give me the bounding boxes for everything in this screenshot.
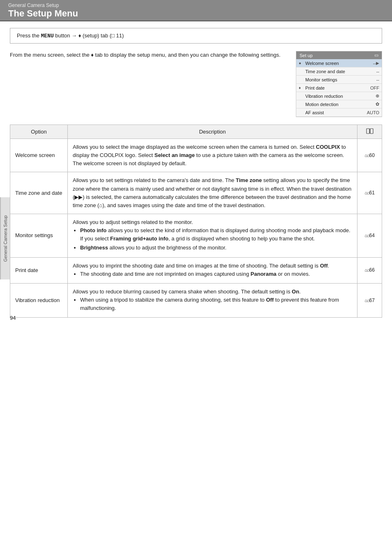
menu-item-value: -- (376, 77, 379, 82)
ref-icon-welcome: ⌂⌂ (364, 153, 369, 158)
wrench-symbol: ♦ (78, 32, 81, 39)
camera-menu-title-text: Set up (300, 53, 313, 58)
desc-welcome: Allows you to select the image displayed… (68, 139, 357, 172)
ref-icon-printdate: ⌂⌂ (364, 268, 369, 272)
desc-vibration: Allows you to reduce blurring caused by … (68, 283, 357, 317)
page-body: Press the MENU button → ♦ (setup) tab (□… (0, 21, 392, 328)
table-row-vibration: Vibration reduction Allows you to reduce… (10, 283, 382, 317)
menu-keyword: MENU (41, 33, 54, 39)
ref-vibration: ⌂⌂67 (357, 283, 382, 317)
option-vibration: Vibration reduction (10, 283, 68, 317)
desc-timezone: Allows you to set settings related to th… (68, 172, 357, 214)
book-icon (366, 128, 374, 134)
ref-welcome: ⌂⌂60 (357, 139, 382, 172)
menu-item-value: ✿ (376, 102, 379, 107)
menu-item-label: Motion detection (305, 102, 374, 107)
menu-item-value: AUTO (367, 110, 379, 115)
ref-timezone: ⌂⌂61 (357, 172, 382, 214)
intro-section: From the menu screen, select the ♦ tab t… (10, 51, 382, 117)
svg-rect-1 (370, 129, 373, 134)
page-ref: □ 11 (111, 32, 122, 39)
camera-menu-item-printdate: ♦ Print date OFF (296, 84, 382, 92)
menu-item-label: Print date (305, 85, 369, 90)
sidebar-label: General Camera Setup (0, 197, 10, 279)
camera-menu-battery-icon: ▭ (374, 53, 378, 58)
option-timezone: Time zone and date (10, 172, 68, 214)
menu-item-value: OFF (370, 85, 379, 90)
camera-menu-item-timezone: Time zone and date -- (296, 67, 382, 76)
table-row-printdate: Print date Allows you to imprint the sho… (10, 257, 382, 283)
option-welcome: Welcome screen (10, 139, 68, 172)
table-row-monitor: Monitor settings Allows you to adjust se… (10, 214, 382, 257)
camera-menu-screenshot: Set up ▭ ● Welcome screen -- ▶ Time zone… (296, 51, 382, 117)
table-header-ref (357, 125, 382, 139)
camera-menu-item-vibration: Vibration reduction ⊕ (296, 92, 382, 100)
menu-item-label: Time zone and date (305, 69, 375, 74)
menu-item-label: Monitor settings (305, 77, 375, 82)
table-header-option: Option (10, 125, 68, 139)
desc-monitor: Allows you to adjust settings related to… (68, 214, 357, 257)
page-header: General Camera Setup The Setup Menu (0, 0, 392, 21)
menu-item-icon: ● (299, 61, 305, 65)
menu-item-value: -- (376, 69, 379, 74)
main-table: Option Description Welcome screen Allows… (10, 125, 382, 318)
page-subtitle: General Camera Setup (8, 2, 384, 8)
intro-text: From the menu screen, select the ♦ tab t… (10, 51, 286, 60)
ref-icon-vibration: ⌂⌂ (364, 298, 369, 303)
menu-item-label: AF assist (305, 110, 365, 115)
instruction-box: Press the MENU button → ♦ (setup) tab (□… (10, 28, 382, 44)
menu-item-value: ⊕ (376, 93, 379, 99)
ref-monitor: ⌂⌂64 (357, 214, 382, 257)
page-title: The Setup Menu (8, 8, 384, 19)
table-header-description: Description (68, 125, 357, 139)
svg-rect-0 (367, 129, 369, 134)
camera-menu-item-motion: Motion detection ✿ (296, 100, 382, 108)
camera-menu-title: Set up ▭ (296, 51, 382, 59)
camera-menu-item-welcome: ● Welcome screen -- ▶ (296, 59, 382, 67)
camera-menu-item-monitor: Monitor settings -- (296, 76, 382, 84)
desc-printdate: Allows you to imprint the shooting date … (68, 257, 357, 283)
menu-item-arrow: ▶ (376, 61, 379, 65)
ref-icon-timezone: ⌂⌂ (364, 190, 369, 195)
option-monitor: Monitor settings (10, 214, 68, 257)
menu-item-value: -- (373, 61, 376, 66)
table-row-timezone: Time zone and date Allows you to set set… (10, 172, 382, 214)
menu-item-label: Vibration reduction (305, 94, 374, 99)
menu-item-label: Welcome screen (305, 61, 371, 66)
ref-printdate: ⌂⌂66 (357, 257, 382, 283)
camera-menu-item-af: AF assist AUTO (296, 108, 382, 117)
option-printdate: Print date (10, 257, 68, 283)
ref-icon-monitor: ⌂⌂ (364, 233, 369, 238)
table-row-welcome: Welcome screen Allows you to select the … (10, 139, 382, 172)
menu-item-icon: ♦ (299, 85, 305, 90)
page-number: 94 (10, 315, 16, 321)
